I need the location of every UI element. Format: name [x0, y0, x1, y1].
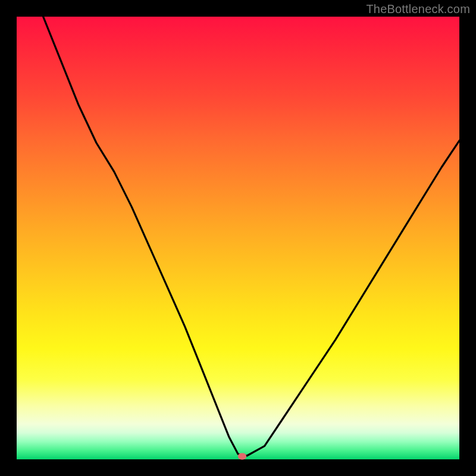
chart-frame: TheBottleneck.com	[0, 0, 476, 476]
bottleneck-curve	[17, 17, 459, 459]
watermark-text: TheBottleneck.com	[366, 2, 470, 16]
plot-area	[17, 17, 459, 459]
optimal-point-marker	[238, 453, 246, 459]
